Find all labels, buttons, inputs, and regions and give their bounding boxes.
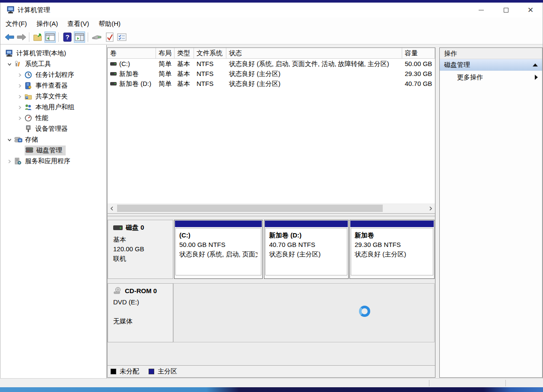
volume-filesystem: NTFS <box>194 59 226 69</box>
minimize-button[interactable] <box>471 3 491 17</box>
show-actions-pane-button[interactable] <box>74 32 85 43</box>
volume-icon <box>110 82 117 85</box>
scroll-left-icon[interactable] <box>108 203 116 213</box>
chevron-right-icon[interactable] <box>15 84 25 88</box>
partition-status: 状态良好 (主分区) <box>355 250 429 259</box>
horizontal-scrollbar[interactable] <box>108 203 435 213</box>
event-viewer-icon <box>25 82 33 89</box>
selected-tree-item: 磁盘管理 <box>25 145 66 155</box>
legend-label-primary-partition: 主分区 <box>158 367 177 376</box>
volume-capacity: 50.00 GB <box>402 59 435 69</box>
chevron-right-icon[interactable] <box>15 105 25 110</box>
actions-pane: 操作 磁盘管理 更多操作 <box>439 47 543 378</box>
tree-item-task-scheduler[interactable]: 任务计划程序 <box>0 70 106 80</box>
cdrom-empty-region[interactable] <box>173 283 435 342</box>
tree-item-event-viewer[interactable]: 事件查看器 <box>0 80 106 91</box>
taskbar-edge <box>0 387 543 392</box>
svg-text:?: ? <box>65 33 69 41</box>
tree-item-services-applications[interactable]: 服务和应用程序 <box>0 156 106 167</box>
tree-item-local-users-groups[interactable]: 本地用户和组 <box>0 102 106 113</box>
cdrom-drive-letter: DVD (E:) <box>113 297 173 307</box>
toolbar-separator <box>88 32 88 42</box>
menu-help[interactable]: 帮助(H) <box>98 17 126 30</box>
menu-file[interactable]: 文件(F) <box>6 17 32 30</box>
volume-row-new-volume-d[interactable]: 新加卷 (D:) 简单 基本 NTFS 状态良好 (主分区) 40.70 GB <box>108 79 435 89</box>
tree-item-system-tools[interactable]: 系统工具 <box>0 59 106 70</box>
task-scheduler-icon <box>25 71 33 79</box>
disk0-type: 基本 <box>113 235 173 244</box>
volume-icon <box>110 62 117 66</box>
volume-layout: 简单 <box>156 79 175 89</box>
checklist-button[interactable] <box>116 32 127 43</box>
volume-status: 状态良好 (主分区) <box>226 79 402 89</box>
minimize-icon <box>479 10 484 10</box>
tree-item-computer-management[interactable]: 计算机管理(本地) <box>0 48 106 59</box>
partition-c[interactable]: (C:) 50.00 GB NTFS 状态良好 (系统, 启动, 页面文件, 活… <box>174 220 263 279</box>
partition-title: (C:) <box>179 231 257 240</box>
actions-section-label: 磁盘管理 <box>444 61 470 69</box>
cdrom-media-status: 无媒体 <box>113 316 173 326</box>
volume-row-new-volume[interactable]: 新加卷 简单 基本 NTFS 状态良好 (主分区) 29.30 GB <box>108 69 435 79</box>
maximize-icon <box>504 8 508 13</box>
disk-management-main-pane: 卷 布局 类型 文件系统 状态 容量 (C:) 简单 基本 NTFS 状态良好 … <box>107 47 435 378</box>
chevron-right-icon[interactable] <box>15 116 25 120</box>
tree-item-label: 计算机管理(本地) <box>16 49 66 57</box>
disk-console-button[interactable] <box>91 32 102 43</box>
help-button[interactable]: ? <box>62 32 73 43</box>
tree-item-label: 服务和应用程序 <box>25 157 70 165</box>
tree-item-device-manager[interactable]: 设备管理器 <box>0 123 106 134</box>
close-button[interactable]: ✕ <box>521 3 540 17</box>
back-button[interactable] <box>4 32 15 43</box>
disk0-header-box[interactable]: 磁盘 0 基本 120.00 GB 联机 <box>108 220 173 279</box>
partition-new-volume[interactable]: 新加卷 29.30 GB NTFS 状态良好 (主分区) <box>349 220 435 279</box>
cdrom-name: CD-ROM 0 <box>125 287 157 294</box>
column-header-volume[interactable]: 卷 <box>108 48 156 59</box>
menu-view[interactable]: 查看(V) <box>67 17 94 30</box>
export-list-button[interactable] <box>32 32 44 43</box>
partition-size: 40.70 GB NTFS <box>269 240 343 250</box>
check-document-icon <box>105 32 114 42</box>
busy-spinner-icon <box>359 306 370 317</box>
column-header-filesystem[interactable]: 文件系统 <box>194 48 226 59</box>
tree-item-performance[interactable]: 性能 <box>0 113 106 123</box>
chevron-right-icon[interactable] <box>5 159 14 164</box>
tree-item-shared-folders[interactable]: 共享文件夹 <box>0 91 106 102</box>
check-document-button[interactable] <box>104 32 115 43</box>
volume-table-header: 卷 布局 类型 文件系统 状态 容量 <box>108 48 435 59</box>
column-header-status[interactable]: 状态 <box>226 48 402 59</box>
tree-item-storage[interactable]: 存储 <box>0 134 106 145</box>
actions-section-disk-management[interactable]: 磁盘管理 <box>440 59 542 71</box>
performance-gauge-icon <box>25 114 33 122</box>
primary-partition-band <box>350 221 434 227</box>
scrollbar-thumb[interactable] <box>117 205 383 212</box>
more-actions-item[interactable]: 更多操作 <box>440 71 542 84</box>
column-header-layout[interactable]: 布局 <box>156 48 175 59</box>
help-icon: ? <box>63 32 72 42</box>
volume-status: 状态良好 (主分区) <box>226 69 402 79</box>
legend-swatch-unallocated <box>111 369 116 374</box>
scroll-right-icon[interactable] <box>426 203 435 213</box>
forward-button[interactable] <box>16 32 27 43</box>
column-header-capacity[interactable]: 容量 <box>402 48 435 59</box>
chevron-down-icon[interactable] <box>5 138 14 142</box>
volume-row-c[interactable]: (C:) 简单 基本 NTFS 状态良好 (系统, 启动, 页面文件, 活动, … <box>108 59 435 69</box>
show-console-tree-button[interactable] <box>44 32 56 43</box>
tree-item-label: 存储 <box>25 136 38 144</box>
maximize-button[interactable] <box>496 3 516 17</box>
tree-item-disk-management[interactable]: 磁盘管理 <box>0 145 106 156</box>
chevron-down-icon[interactable] <box>5 62 14 66</box>
volume-filesystem: NTFS <box>194 69 226 79</box>
column-header-type[interactable]: 类型 <box>175 48 194 59</box>
partition-d[interactable]: 新加卷 (D:) 40.70 GB NTFS 状态良好 (主分区) <box>264 220 349 279</box>
cdrom-header-box[interactable]: CD-ROM 0 DVD (E:) 无媒体 <box>108 283 173 342</box>
volume-name: 新加卷 (D:) <box>119 79 151 89</box>
chevron-right-icon[interactable] <box>15 95 25 99</box>
export-folder-icon <box>33 33 43 41</box>
collapse-icon[interactable] <box>533 63 538 66</box>
checklist-icon <box>117 33 127 41</box>
menu-action[interactable]: 操作(A) <box>36 17 63 30</box>
chevron-right-icon[interactable] <box>15 73 25 77</box>
partition-size: 29.30 GB NTFS <box>355 240 429 250</box>
volume-type: 基本 <box>175 69 194 79</box>
shared-folders-icon <box>25 93 33 100</box>
